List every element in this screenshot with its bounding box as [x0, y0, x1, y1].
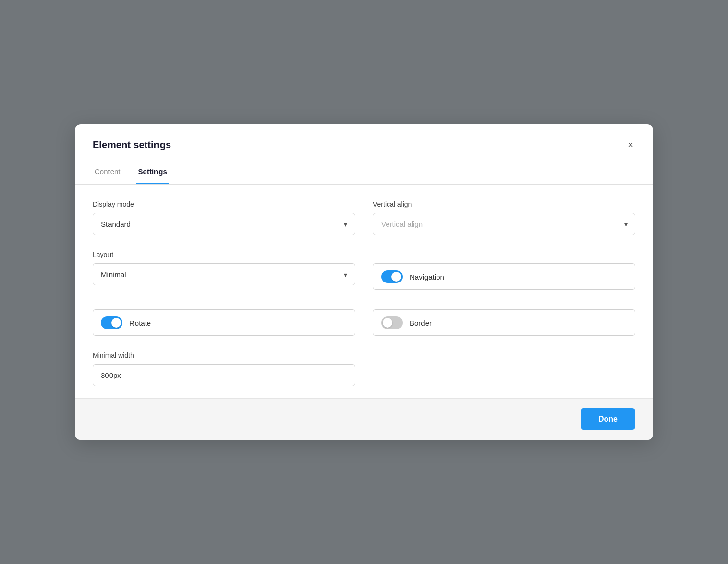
modal-footer: Done	[75, 398, 653, 440]
navigation-toggle-label: Navigation	[410, 273, 444, 281]
vertical-align-group: Vertical align Vertical align Top Middle…	[373, 200, 635, 235]
tab-content[interactable]: Content	[93, 162, 122, 184]
display-mode-select[interactable]: Standard Full width Compact	[93, 213, 355, 235]
empty-cell	[373, 352, 635, 386]
navigation-group: Navigation	[373, 251, 635, 290]
navigation-toggle-box[interactable]: Navigation	[373, 263, 635, 290]
modal-body: Display mode Standard Full width Compact…	[75, 185, 653, 398]
modal-title: Element settings	[93, 140, 171, 151]
display-mode-group: Display mode Standard Full width Compact…	[93, 200, 355, 235]
vertical-align-label: Vertical align	[373, 200, 635, 208]
rotate-toggle-box[interactable]: Rotate	[93, 309, 355, 336]
display-mode-label: Display mode	[93, 200, 355, 208]
layout-select-wrapper: Minimal Standard Full ▾	[93, 263, 355, 285]
modal-header: Element settings ×	[75, 124, 653, 162]
vertical-align-select-wrapper: Vertical align Top Middle Bottom ▾	[373, 213, 635, 235]
settings-grid: Display mode Standard Full width Compact…	[93, 200, 635, 386]
minimal-width-input[interactable]	[93, 364, 355, 386]
border-toggle-switch[interactable]	[381, 316, 403, 329]
border-group: Border	[373, 309, 635, 336]
navigation-toggle-switch[interactable]	[381, 270, 403, 283]
navigation-spacer-label	[373, 251, 635, 258]
navigation-toggle-slider	[381, 270, 403, 283]
border-toggle-label: Border	[410, 319, 432, 327]
minimal-width-label: Minimal width	[93, 352, 355, 359]
border-toggle-slider	[381, 316, 403, 329]
element-settings-modal: Element settings × Content Settings Disp…	[75, 124, 653, 440]
modal-overlay: Element settings × Content Settings Disp…	[0, 0, 728, 564]
done-button[interactable]: Done	[581, 408, 635, 430]
layout-group: Layout Minimal Standard Full ▾	[93, 251, 355, 290]
rotate-toggle-label: Rotate	[129, 319, 151, 327]
vertical-align-select[interactable]: Vertical align Top Middle Bottom	[373, 213, 635, 235]
rotate-group: Rotate	[93, 309, 355, 336]
border-toggle-box[interactable]: Border	[373, 309, 635, 336]
layout-label: Layout	[93, 251, 355, 258]
tabs-row: Content Settings	[75, 162, 653, 185]
display-mode-select-wrapper: Standard Full width Compact ▾	[93, 213, 355, 235]
rotate-toggle-switch[interactable]	[101, 316, 122, 329]
tab-settings[interactable]: Settings	[136, 162, 169, 184]
minimal-width-group: Minimal width	[93, 352, 355, 386]
close-button[interactable]: ×	[626, 138, 635, 152]
layout-select[interactable]: Minimal Standard Full	[93, 263, 355, 285]
rotate-toggle-slider	[101, 316, 122, 329]
